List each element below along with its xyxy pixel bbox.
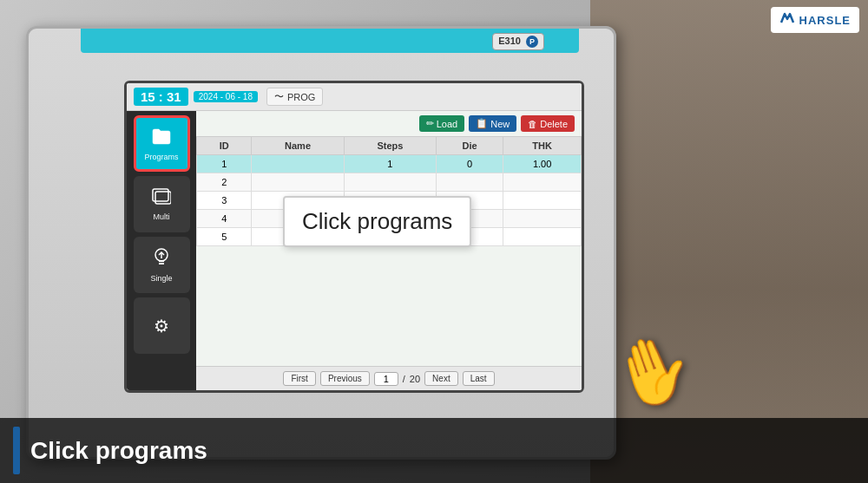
last-page-button[interactable]: Last <box>463 371 495 386</box>
table-container: ID Name Steps Die THK 1 1 <box>196 136 582 366</box>
col-steps: Steps <box>344 137 436 155</box>
prog-tab[interactable]: 〜 PROG <box>266 88 323 106</box>
load-label: Load <box>437 119 457 129</box>
table-row[interactable]: 2 <box>197 173 582 192</box>
caption-text: Click programs <box>30 437 207 465</box>
multi-icon <box>152 188 171 210</box>
new-label: New <box>490 119 510 129</box>
prog-tab-wave: 〜 <box>274 90 284 103</box>
table-row[interactable]: 1 1 0 1.00 <box>197 155 582 173</box>
cell-thk <box>503 192 582 210</box>
cell-steps: 1 <box>344 155 436 173</box>
programs-icon <box>151 127 172 150</box>
harsle-logo-text: HARSLE <box>799 14 851 27</box>
cell-id: 2 <box>197 173 252 192</box>
delete-icon: 🗑 <box>528 119 537 129</box>
screen-inner: 15 : 31 2024 - 06 - 18 〜 PROG Programs <box>127 83 582 390</box>
screen: 15 : 31 2024 - 06 - 18 〜 PROG Programs <box>124 81 584 393</box>
screen-date: 2024 - 06 - 18 <box>194 91 258 102</box>
single-label: Single <box>150 274 172 283</box>
load-icon: ✏ <box>426 118 434 129</box>
screen-sidebar: Programs Multi <box>127 111 196 390</box>
cell-steps <box>344 173 436 192</box>
tooltip-text: Click programs <box>302 208 452 234</box>
previous-page-button[interactable]: Previous <box>320 371 370 386</box>
cell-die <box>437 173 503 192</box>
col-id: ID <box>197 137 252 155</box>
delete-button[interactable]: 🗑 Delete <box>521 115 575 132</box>
col-die: Die <box>437 137 503 155</box>
action-bar: ✏ Load 📋 New 🗑 Delete <box>196 111 582 136</box>
cell-id: 4 <box>197 210 252 228</box>
delete-label: Delete <box>540 119 568 129</box>
settings-button[interactable]: ⚙ <box>134 297 190 354</box>
load-button[interactable]: ✏ Load <box>419 115 464 132</box>
caption-blue-bar <box>13 427 20 474</box>
programs-label: Programs <box>144 153 178 161</box>
cell-die: 0 <box>437 155 503 173</box>
machine-panel: E310 P 15 : 31 2024 - 06 - 18 〜 PROG <box>26 26 616 460</box>
harsle-logo-icon <box>779 10 795 29</box>
single-button[interactable]: Single <box>134 237 190 293</box>
cell-id: 3 <box>197 192 252 210</box>
prog-tab-label: PROG <box>287 92 315 102</box>
cell-id: 1 <box>197 155 252 173</box>
programs-button[interactable]: Programs <box>134 115 190 172</box>
cell-id: 5 <box>197 228 252 246</box>
page-number-input[interactable] <box>374 372 398 386</box>
next-page-button[interactable]: Next <box>424 371 458 386</box>
p-badge: P <box>526 36 538 48</box>
pagination: First Previous / 20 Next Last <box>196 366 582 390</box>
new-button[interactable]: 📋 New <box>469 115 516 132</box>
screen-main: ✏ Load 📋 New 🗑 Delete <box>196 111 582 390</box>
col-name: Name <box>252 137 344 155</box>
cell-thk <box>503 173 582 192</box>
screen-topbar: 15 : 31 2024 - 06 - 18 〜 PROG <box>127 83 582 111</box>
multi-button[interactable]: Multi <box>134 176 190 232</box>
harsle-logo: HARSLE <box>771 7 859 33</box>
cell-thk: 1.00 <box>503 155 582 173</box>
cell-thk <box>503 210 582 228</box>
screen-time: 15 : 31 <box>134 88 188 106</box>
cell-thk <box>503 228 582 246</box>
col-thk: THK <box>503 137 582 155</box>
model-text: E310 <box>498 36 521 46</box>
multi-label: Multi <box>153 212 169 221</box>
cell-name <box>252 155 344 173</box>
first-page-button[interactable]: First <box>283 371 315 386</box>
page-separator: / <box>403 374 405 384</box>
single-icon <box>152 248 171 271</box>
settings-icon: ⚙ <box>154 316 169 336</box>
page-total: 20 <box>410 374 420 384</box>
bottom-caption: Click programs <box>0 418 868 483</box>
click-tooltip: Click programs <box>283 196 471 247</box>
model-badge: E310 P <box>492 33 544 50</box>
cell-name <box>252 173 344 192</box>
new-icon: 📋 <box>476 118 488 129</box>
